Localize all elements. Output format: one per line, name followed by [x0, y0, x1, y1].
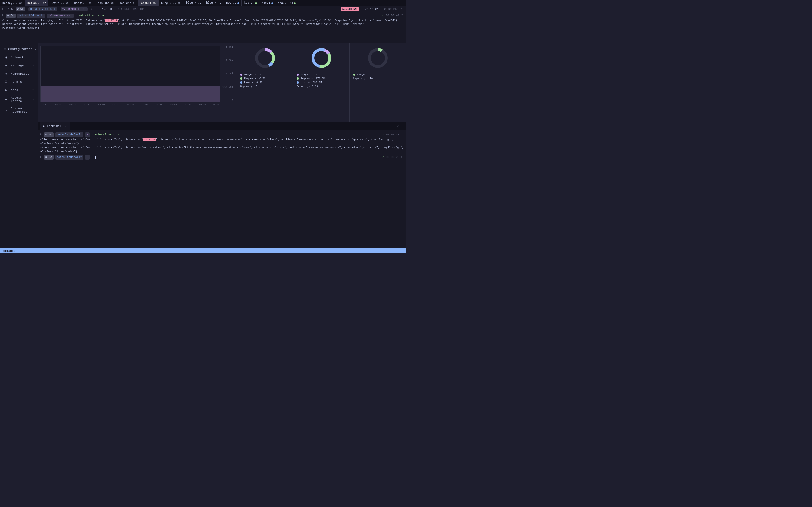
namespaces-icon: ◈ — [4, 71, 8, 76]
prompt-arrow-bottom2: › — [91, 155, 93, 159]
go-icon: ⚙ — [17, 8, 19, 11]
sidebar-label-network: Network — [11, 56, 30, 59]
dot-usage-cpu — [240, 73, 243, 76]
legend-capacity-mem: Capacity: 3.8Gi — [297, 85, 346, 88]
command-top: kubectl version — [79, 14, 104, 18]
dot-usage-mem — [297, 73, 299, 76]
check-top: ✓ — [382, 14, 384, 18]
prompt-arrow-bottom: › — [91, 133, 93, 137]
tab-ocp-dns6[interactable]: ocp-dns ⌘6 — [117, 0, 139, 6]
clock-top: ⏱ — [401, 14, 404, 18]
sidebar-item-configuration[interactable]: ≡ Configuration ▾ — [1, 46, 37, 53]
sidebar-item-custom-resources[interactable]: ✦ Custom Resources ▾ — [1, 105, 37, 115]
sidebar-item-apps[interactable]: ⊞ Apps ▾ — [1, 86, 37, 94]
go-badge-bottom2: ⚙ Go — [44, 155, 54, 160]
terminal-tab-main[interactable]: ▶ Terminal ✕ — [40, 122, 70, 130]
sidebar-item-access-control[interactable]: ⊕ Access Control ▾ — [1, 94, 37, 105]
sidebar-label-custom-resources: Custom Resources — [11, 107, 30, 114]
configuration-icon: ≡ — [4, 47, 6, 51]
legend-pods: Usage: 8 Capacity: 110 — [353, 73, 402, 80]
stat-panels: Usage: 0.13 Requests: 0.21 Limits: 0.27 … — [237, 43, 406, 122]
dot-green — [255, 2, 257, 4]
client-version-bottom: Client Version: version.Info{Major:"1", … — [40, 138, 404, 146]
tab-hotkey2[interactable]: Hotke... ⌘2 — [25, 0, 49, 6]
sidebar-item-network[interactable]: ◉ Network ▾ — [1, 54, 37, 61]
terminal-tab-label: Terminal — [47, 124, 62, 128]
go-icon-bottom2: ⚙ — [45, 156, 47, 159]
tab-hotkey4[interactable]: Hotke... ⌘4 — [72, 0, 95, 6]
svg-point-8 — [369, 50, 386, 66]
tab-k3s[interactable]: k3s... — [242, 0, 259, 6]
time-display: 23:43:05 — [365, 8, 378, 11]
apple-icon-bottom2:  — [40, 155, 42, 160]
tab-blog9[interactable]: blog-k... — [184, 0, 204, 6]
timer-bottom1: 00:00:11 — [386, 133, 399, 137]
tab-hotkey1[interactable]: Hotkey... ⌘1 — [0, 0, 25, 6]
tab-ceph01[interactable]: ceph01 ⌘7 — [139, 0, 159, 6]
tab-hotkey3[interactable]: Hotke... ⌘3 — [49, 0, 72, 6]
legend-capacity-pods: Capacity: 110 — [353, 77, 402, 80]
donut-memory — [310, 47, 333, 69]
collapse-icon[interactable]: ▾ — [402, 124, 404, 128]
tab-sea[interactable]: sea... ⌘9 — [275, 0, 298, 6]
y-label-0: 3.7Gi — [222, 46, 233, 48]
expand-icon[interactable]: ⤢ — [397, 124, 400, 128]
tab-ocp-dns5[interactable]: ocp-dns ⌘5 — [95, 0, 117, 6]
check-bottom2: ✓ — [382, 155, 384, 159]
legend-usage-cpu: Usage: 0.13 — [240, 73, 290, 76]
terminal-top:  ⚙ Go default/default ~/bin/manifest › … — [0, 12, 406, 43]
donut-svg-memory — [310, 47, 333, 69]
limits-cpu-value: Limits: 0.27 — [244, 81, 262, 84]
usage-pods-value: Usage: 8 — [357, 73, 369, 76]
check-bottom: ✓ — [382, 133, 384, 137]
donut-pods — [366, 47, 389, 69]
network-stats: 315 kB↓ — [117, 8, 130, 11]
tab-hot[interactable]: Hot... — [224, 0, 242, 6]
x-0: 23:00 — [40, 103, 47, 106]
terminal-top-prompt:  ⚙ Go default/default ~/bin/manifest › … — [2, 13, 404, 18]
donut-cpu — [254, 47, 276, 69]
prompt-arrow-top: › — [75, 14, 77, 18]
terminal-prompt-row1:  ⚙ Go default/default ~ › kubectl versi… — [40, 132, 404, 137]
x-4: 23:20 — [98, 103, 105, 106]
storage-icon: ⊟ — [4, 63, 8, 68]
donut-svg-cpu — [254, 47, 276, 69]
dot-requests-mem — [297, 77, 299, 80]
x-6: 23:30 — [127, 103, 134, 106]
requests-mem-value: Requests: 270.0Mi — [301, 77, 326, 80]
version-highlight2: v1.17.4 — [143, 138, 156, 141]
terminal-add-btn[interactable]: + — [70, 124, 77, 128]
capacity-mem-value: Capacity: 3.8Gi — [297, 85, 319, 88]
sidebar-item-events[interactable]: ⏱ Events — [1, 78, 37, 86]
x-11: 23:55 — [199, 103, 206, 106]
access-control-icon: ⊕ — [4, 98, 8, 102]
legend-requests-cpu: Requests: 0.21 — [240, 77, 290, 80]
limits-mem-value: Limits: 390.0Mi — [301, 81, 323, 84]
footer-label: default — [3, 249, 15, 252]
legend-limits-mem: Limits: 390.0Mi — [297, 81, 346, 84]
status-footer: default — [0, 248, 406, 253]
dir-badge-top: ~/bin/manifest — [47, 13, 73, 18]
status-bar:  21% ⚙ Go default/default ~/bin/manifes… — [0, 6, 406, 12]
server-version-bottom: Server Version: version.Info{Major:"1", … — [40, 146, 404, 154]
y-label-1: 2.8Gi — [222, 59, 233, 62]
charts-section: 3.7Gi 2.8Gi 1.9Gi 953.7Mi 0 23:00 23:05 … — [38, 43, 406, 122]
terminal-close-btn[interactable]: ✕ — [63, 124, 67, 128]
network-stats2: 167 kB↑ — [133, 8, 145, 11]
tab-blog10[interactable]: blog-k... — [204, 0, 224, 6]
context-badge-bottom2: default/default — [55, 155, 84, 160]
go-icon-top: ⚙ — [7, 14, 9, 17]
sidebar-item-storage[interactable]: ⊟ Storage ▾ — [1, 62, 37, 69]
tab-blog8[interactable]: blog-k... ⌘8 — [159, 0, 184, 6]
stat-panel-pods: Usage: 8 Capacity: 110 — [350, 43, 406, 122]
x-5: 23:25 — [112, 103, 119, 106]
content-area: 3.7Gi 2.8Gi 1.9Gi 953.7Mi 0 23:00 23:05 … — [38, 43, 406, 253]
dot-green2 — [294, 2, 296, 4]
sidebar-item-namespaces[interactable]: ◈ Namespaces — [1, 70, 37, 77]
dir-display: ~/bin/manifest — [61, 7, 88, 11]
dot-usage-pods — [353, 73, 355, 76]
chevron-custom-resources: ▾ — [33, 109, 34, 112]
dot-limits-cpu — [240, 81, 243, 83]
x-8: 23:40 — [156, 103, 162, 106]
tab-k3s01[interactable]: k3s01 — [259, 0, 275, 6]
